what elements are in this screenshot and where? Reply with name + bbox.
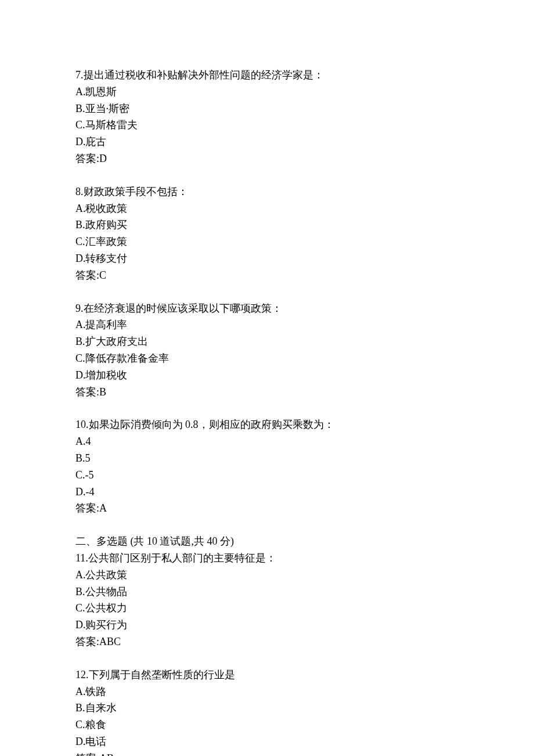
option-a: A.铁路 <box>75 683 459 700</box>
option-c: C.-5 <box>75 467 459 484</box>
question-text: 8.财政政策手段不包括： <box>75 183 459 200</box>
option-d: D.-4 <box>75 484 459 501</box>
option-d: D.电话 <box>75 733 459 750</box>
option-b: B.扩大政府支出 <box>75 333 459 350</box>
option-d: D.购买行为 <box>75 617 459 633</box>
question-text: 9.在经济衰退的时候应该采取以下哪项政策： <box>75 300 459 317</box>
question-block: 9.在经济衰退的时候应该采取以下哪项政策：A.提高利率B.扩大政府支出C.降低存… <box>75 300 459 401</box>
option-c: C.公共权力 <box>75 600 459 617</box>
option-d: D.庇古 <box>75 134 459 150</box>
option-d: D.转移支付 <box>75 250 459 267</box>
question-block: 10.如果边际消费倾向为 0.8，则相应的政府购买乘数为：A.4B.5C.-5D… <box>75 416 459 517</box>
option-a: A.提高利率 <box>75 316 459 333</box>
question-text: 10.如果边际消费倾向为 0.8，则相应的政府购买乘数为： <box>75 416 459 433</box>
option-a: A.税收政策 <box>75 200 459 217</box>
option-b: B.公共物品 <box>75 584 459 600</box>
option-a: A.凯恩斯 <box>75 84 459 100</box>
option-c: C.降低存款准备金率 <box>75 350 459 367</box>
section-header: 二、多选题 (共 10 道试题,共 40 分) <box>75 533 459 550</box>
question-block: 12.下列属于自然垄断性质的行业是A.铁路B.自来水C.粮食D.电话答案:AB <box>75 667 459 756</box>
question-text: 12.下列属于自然垄断性质的行业是 <box>75 667 459 683</box>
answer-line: 答案:B <box>75 384 459 401</box>
option-c: C.汇率政策 <box>75 233 459 250</box>
option-d: D.增加税收 <box>75 367 459 384</box>
option-a: A.4 <box>75 433 459 450</box>
question-block: 7.提出通过税收和补贴解决外部性问题的经济学家是：A.凯恩斯B.亚当·斯密C.马… <box>75 67 459 167</box>
option-b: B.亚当·斯密 <box>75 100 459 117</box>
question-text: 7.提出通过税收和补贴解决外部性问题的经济学家是： <box>75 67 459 84</box>
answer-line: 答案:A <box>75 500 459 517</box>
question-block: 8.财政政策手段不包括：A.税收政策B.政府购买C.汇率政策D.转移支付答案:C <box>75 183 459 284</box>
option-a: A.公共政策 <box>75 567 459 584</box>
answer-line: 答案:AB <box>75 750 459 756</box>
option-b: B.政府购买 <box>75 217 459 233</box>
answer-line: 答案:D <box>75 150 459 167</box>
question-text: 11.公共部门区别于私人部门的主要特征是： <box>75 550 459 567</box>
option-c: C.粮食 <box>75 717 459 733</box>
answer-line: 答案:C <box>75 267 459 284</box>
option-c: C.马斯格雷夫 <box>75 117 459 134</box>
option-b: B.自来水 <box>75 700 459 717</box>
answer-line: 答案:ABC <box>75 633 459 650</box>
option-b: B.5 <box>75 450 459 467</box>
